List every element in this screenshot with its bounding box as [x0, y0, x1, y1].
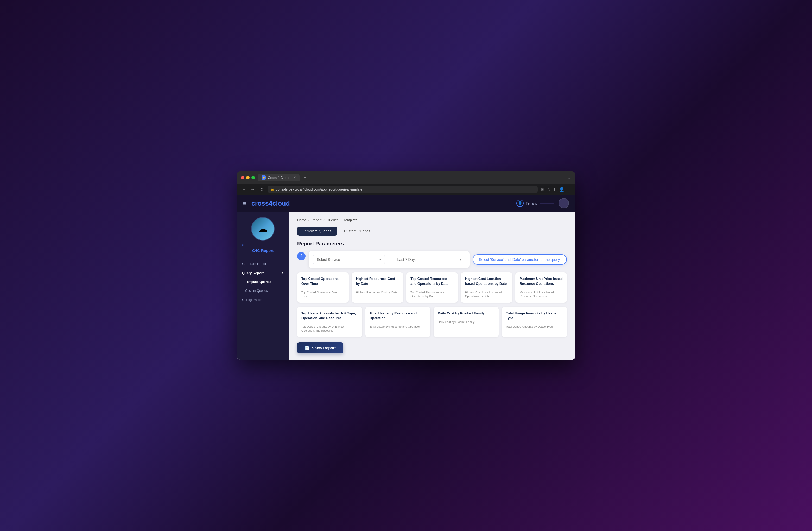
tenant-icon: 👤 [516, 200, 524, 207]
card-title-1: Highest Resources Cost by Date [356, 276, 399, 286]
minimize-dot[interactable] [246, 176, 250, 180]
app-wrapper: ≡ cross4cloud 👤 Tenant: ☁ [237, 195, 575, 359]
step-badge: 2 [297, 252, 306, 260]
sidebar-collapse-button[interactable]: ◁ [237, 243, 244, 247]
card-top-costed-ops[interactable]: Top Costed Operations Over Time Top Cost… [297, 272, 349, 302]
window-menu-button[interactable]: ⌄ [568, 175, 571, 180]
card-subtitle-0: Top Costed Operations Over Time [301, 290, 345, 299]
breadcrumb-sep2: / [323, 218, 324, 222]
maximize-dot[interactable] [251, 176, 255, 180]
show-report-icon: 📄 [304, 345, 310, 350]
breadcrumb: Home / Report / Queries / Template [297, 218, 567, 222]
service-select[interactable]: Select Service ▾ [313, 255, 385, 264]
card-total-usage-resource[interactable]: Total Usage by Resource and Operation To… [365, 307, 431, 337]
sidebar-item-query-report-label: Query Report [242, 271, 264, 275]
card-highest-resources[interactable]: Highest Resources Cost by Date Highest R… [352, 272, 403, 302]
breadcrumb-home[interactable]: Home [297, 218, 306, 222]
sidebar-item-template-queries[interactable]: Template Queries [239, 277, 287, 286]
browser-action-icons: ⊞ ☆ ⬇ 👤 ⋮ [541, 187, 571, 192]
service-select-arrow: ▾ [379, 258, 381, 261]
refresh-button[interactable]: ↻ [259, 187, 264, 192]
card-divider-r2-1 [369, 322, 426, 323]
avatar-icon: ☁ [258, 223, 267, 234]
tooltip-box: Select 'Service' and 'Date' parameter fo… [473, 254, 567, 265]
lock-icon: 🔒 [271, 188, 274, 191]
browser-tab[interactable]: ⚡ Cross 4 Cloud ✕ [258, 174, 300, 181]
card-title-2: Top Costed Resources and Operations by D… [410, 276, 454, 286]
show-report-label: Show Report [312, 346, 336, 350]
download-icon[interactable]: ⬇ [553, 187, 556, 192]
card-subtitle-r2-1: Total Usage by Resource and Operation [369, 325, 426, 329]
nav-right: 👤 Tenant: [516, 198, 569, 209]
date-select-arrow: ▾ [460, 258, 461, 261]
card-total-usage-type[interactable]: Total Usage Amounts by Usage Type Total … [502, 307, 567, 337]
selects-box: Select Service ▾ Last 7 Days ▾ [309, 251, 469, 268]
breadcrumb-sep3: / [341, 218, 342, 222]
sidebar-item-generate-report-label: Generate Report [242, 262, 267, 266]
sidebar-avatar: ☁ [251, 217, 275, 241]
card-top-costed-resources[interactable]: Top Costed Resources and Operations by D… [406, 272, 458, 302]
hamburger-menu[interactable]: ≡ [243, 200, 246, 206]
sidebar: ☁ ◁ C4C Report Generate Report Query Rep… [237, 212, 289, 359]
sidebar-item-query-report[interactable]: Query Report ∧ [239, 268, 287, 277]
card-divider-r2-2 [438, 318, 494, 318]
card-title-3: Highest Cost Location-based Operations b… [465, 276, 508, 286]
step-row: 2 Select Service ▾ Last 7 Days ▾ Select … [297, 251, 567, 268]
bookmark-icon[interactable]: ☆ [547, 187, 550, 192]
app-logo: cross4cloud [251, 199, 290, 207]
translate-icon[interactable]: ⊞ [541, 187, 544, 192]
sidebar-item-custom-queries[interactable]: Custom Queries [239, 286, 287, 295]
window-dots [241, 176, 255, 180]
breadcrumb-queries[interactable]: Queries [327, 218, 338, 222]
card-title-r2-0: Top Usage Amounts by Unit Type, Operatio… [301, 311, 358, 320]
card-divider-2 [410, 288, 454, 288]
card-subtitle-4: Maximum Unit Price based Resource Operat… [520, 290, 563, 299]
card-divider-r2-3 [506, 322, 563, 323]
query-report-chevron: ∧ [281, 271, 284, 275]
content-area: Home / Report / Queries / Template Templ… [289, 212, 575, 359]
card-highest-cost-location[interactable]: Highest Cost Location-based Operations b… [461, 272, 512, 302]
card-title-4: Maximum Unit Price based Resource Operat… [520, 276, 563, 286]
card-divider-4 [520, 288, 563, 288]
cards-row-2: Top Usage Amounts by Unit Type, Operatio… [297, 307, 567, 337]
section-title: Report Parameters [297, 241, 567, 247]
card-title-r2-3: Total Usage Amounts by Usage Type [506, 311, 563, 320]
address-bar[interactable]: 🔒 console.dev.cross4cloud.com/app/report… [267, 186, 538, 193]
sidebar-item-generate-report[interactable]: Generate Report [239, 259, 287, 268]
card-subtitle-r2-3: Total Usage Amounts by Usage Type [506, 325, 563, 329]
card-top-usage-amounts[interactable]: Top Usage Amounts by Unit Type, Operatio… [297, 307, 362, 337]
profile-icon[interactable]: 👤 [559, 187, 564, 192]
close-dot[interactable] [241, 176, 244, 180]
card-title-r2-2: Daily Cost by Product Family [438, 311, 494, 316]
tab-custom-queries[interactable]: Custom Queries [338, 227, 376, 235]
card-daily-cost-product[interactable]: Daily Cost by Product Family Daily Cost … [434, 307, 499, 337]
card-divider-1 [356, 288, 399, 288]
tab-close-button[interactable]: ✕ [293, 176, 296, 180]
sidebar-item-template-queries-label: Template Queries [245, 280, 271, 284]
sidebar-divider [237, 257, 289, 257]
breadcrumb-report[interactable]: Report [311, 218, 321, 222]
sidebar-item-configuration[interactable]: Configuration [239, 295, 287, 304]
browser-addressbar: ← → ↻ 🔒 console.dev.cross4cloud.com/app/… [237, 184, 575, 195]
card-divider-0 [301, 288, 345, 288]
nav-left: ≡ cross4cloud [243, 199, 290, 207]
show-report-button[interactable]: 📄 Show Report [297, 342, 343, 354]
date-select[interactable]: Last 7 Days ▾ [393, 255, 466, 264]
tabs: Template Queries Custom Queries [297, 227, 567, 235]
back-button[interactable]: ← [241, 187, 247, 192]
tab-template-queries[interactable]: Template Queries [297, 227, 337, 235]
user-avatar[interactable] [559, 198, 569, 209]
sidebar-item-configuration-label: Configuration [242, 298, 262, 302]
browser-window: ⚡ Cross 4 Cloud ✕ + ⌄ ← → ↻ 🔒 console.de… [237, 171, 575, 359]
top-nav: ≡ cross4cloud 👤 Tenant: [237, 195, 575, 212]
card-max-unit-price[interactable]: Maximum Unit Price based Resource Operat… [515, 272, 567, 302]
card-divider-3 [465, 288, 508, 288]
card-subtitle-r2-2: Daily Cost by Product Family [438, 320, 494, 324]
card-title-0: Top Costed Operations Over Time [301, 276, 345, 286]
forward-button[interactable]: → [250, 187, 256, 192]
sidebar-brand: C4C Report [252, 248, 274, 253]
new-tab-button[interactable]: + [304, 175, 307, 181]
main-body: ☁ ◁ C4C Report Generate Report Query Rep… [237, 212, 575, 359]
menu-icon[interactable]: ⋮ [567, 187, 571, 192]
tenant-value[interactable] [540, 202, 554, 204]
